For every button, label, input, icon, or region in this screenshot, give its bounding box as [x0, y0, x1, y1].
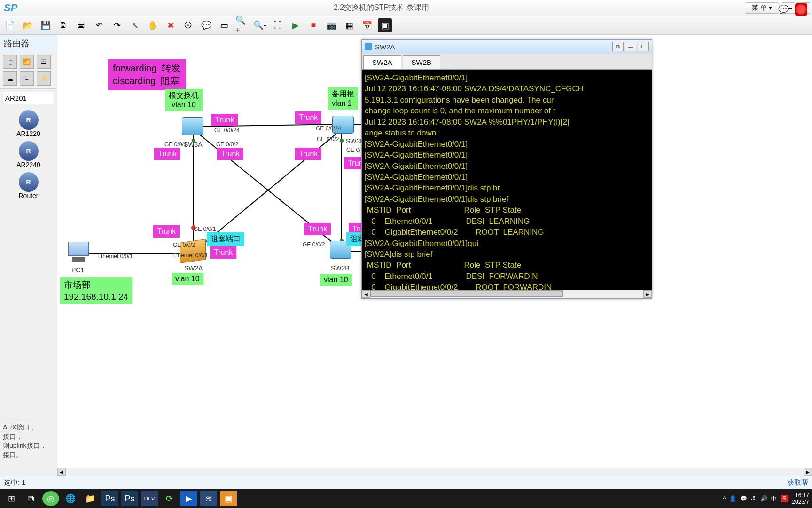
port-label: GE 0/0/1	[164, 141, 187, 148]
chat-icon[interactable]: 💬	[776, 2, 790, 16]
terminal-titlebar[interactable]: SW2A ⧉ — ☐	[362, 40, 652, 54]
text-icon[interactable]: 💬	[199, 18, 213, 32]
terminal-restore-icon[interactable]: ⧉	[612, 42, 624, 51]
palette-item-5[interactable]: ≡	[20, 71, 34, 86]
scroll-right-icon[interactable]: ▶	[804, 468, 812, 476]
capture-icon[interactable]: 📷	[324, 18, 338, 32]
device-combo[interactable]: AR201	[3, 92, 54, 104]
terminal-window[interactable]: SW2A ⧉ — ☐ SW2A SW2B [SW2A-GigabitEthern…	[361, 39, 652, 299]
explorer-icon[interactable]: 📁	[82, 491, 99, 506]
terminal-hscroll[interactable]: ◀ ▶	[362, 290, 652, 298]
scroll-thumb[interactable]	[370, 290, 563, 297]
port-label: GE 0/0/24	[316, 125, 341, 132]
pc1-icon[interactable]	[67, 242, 90, 262]
tray-net-icon[interactable]: 🖧	[751, 495, 757, 502]
tray-people-icon[interactable]: 👤	[729, 495, 736, 502]
palette-icon[interactable]: ▭	[217, 18, 231, 32]
pc1-name: PC1	[71, 266, 84, 274]
terminal-tab-sw2b[interactable]: SW2B	[403, 55, 441, 69]
block-port-label: 阻塞端口	[207, 232, 244, 246]
taskbar: ⊞ ⧉ ◎ 🌐 📁 Ps Ps DEV ⟳ ▶ ≋ ▣ ^ 👤 💬 🖧 🔊 中 …	[0, 489, 812, 508]
tray-ime-icon[interactable]: 中	[771, 495, 777, 503]
palette-item-3[interactable]: ☰	[37, 55, 51, 69]
port-label: GE 0/0/2	[303, 241, 325, 248]
trunk-label: Trunk	[210, 246, 236, 259]
terminal-output[interactable]: [SW2A-GigabitEthernet0/0/1] Jul 12 2023 …	[362, 70, 652, 290]
scroll-right-icon[interactable]: ▶	[643, 290, 652, 298]
palette-item-1[interactable]: ⬚	[3, 55, 17, 69]
device-palette: ⬚ 📶 ☰ ☁ ≡ ⚡	[0, 52, 57, 89]
device-ar2240[interactable]: RAR2240	[16, 141, 40, 168]
device-router[interactable]: RRouter	[18, 172, 38, 199]
left-panel: 路由器 ⬚ 📶 ☰ ☁ ≡ ⚡ AR201 RAR1220 RAR2240 RR…	[0, 35, 57, 476]
device-ar1220[interactable]: RAR1220	[16, 110, 40, 137]
huawei-logo-icon	[795, 3, 807, 16]
svg-point-9	[340, 139, 344, 143]
tray-wechat-icon[interactable]: 💬	[740, 495, 747, 502]
calendar-icon[interactable]: 📅	[360, 18, 374, 32]
print-icon[interactable]: 🖶	[74, 18, 88, 32]
taskview-icon[interactable]: ⧉	[23, 491, 39, 506]
device-list: RAR1220 RAR2240 RRouter	[0, 107, 57, 202]
ps-icon[interactable]: Ps	[102, 491, 118, 506]
start-icon[interactable]: ⊞	[3, 491, 20, 506]
ensp-icon[interactable]: ≋	[200, 491, 217, 506]
tray-vol-icon[interactable]: 🔊	[760, 495, 767, 502]
root-switch-label: 根交换机 vlan 10	[165, 89, 203, 111]
port-label: GE 0/0/24	[214, 127, 240, 134]
grid-icon[interactable]: ▦	[342, 18, 356, 32]
saveas-icon[interactable]: 🗎	[56, 18, 70, 32]
menu-button[interactable]: 菜 单 ▾	[745, 2, 779, 14]
delete2-icon[interactable]: ⮾	[181, 18, 195, 32]
backup-root-label: 备用根 vlan 1	[328, 87, 358, 110]
play-icon[interactable]: ▶	[289, 18, 303, 32]
palette-item-6[interactable]: ⚡	[37, 71, 51, 86]
canvas-hscroll[interactable]: ◀ ▶	[57, 468, 812, 476]
zoomin-icon[interactable]: 🔍+	[235, 18, 249, 32]
trunk-label: Trunk	[154, 148, 180, 160]
router-icon: R	[19, 110, 39, 130]
terminal-tab-sw2a[interactable]: SW2A	[363, 55, 401, 69]
port-label: GE 0/0/2	[317, 136, 339, 143]
fit-icon[interactable]: ⛶	[271, 18, 285, 32]
new-icon[interactable]: 📄	[3, 18, 17, 32]
tray-up-icon[interactable]: ^	[723, 495, 726, 502]
undo-icon[interactable]: ↶	[92, 18, 106, 32]
router-icon: R	[19, 141, 39, 161]
app4-icon[interactable]: ▣	[220, 491, 237, 506]
app3-icon[interactable]: ▶	[180, 491, 197, 506]
palette-item-4[interactable]: ☁	[3, 71, 17, 86]
sw2a-vlan-label: vlan 10	[172, 273, 203, 285]
help-link[interactable]: 获取帮	[787, 478, 808, 487]
terminal-minimize-icon[interactable]: —	[625, 42, 636, 51]
app2-icon[interactable]: ⟳	[161, 491, 178, 506]
zoomout-icon[interactable]: 🔍-	[253, 18, 267, 32]
open-icon[interactable]: 📂	[21, 18, 35, 32]
toolbar: 📄 📂 💾 🗎 🖶 ↶ ↷ ↖ ✋ ✖ ⮾ 💬 ▭ 🔍+ 🔍- ⛶ ▶ ■ 📷 …	[0, 16, 812, 35]
terminal-maximize-icon[interactable]: ☐	[638, 42, 649, 51]
pan-icon[interactable]: ✋	[146, 18, 160, 32]
trunk-label: Trunk	[295, 148, 321, 160]
dev-icon[interactable]: DEV	[141, 491, 158, 506]
chrome-icon[interactable]: 🌐	[62, 491, 79, 506]
system-tray[interactable]: ^ 👤 💬 🖧 🔊 中 S 16:172023/7	[723, 492, 809, 505]
scroll-left-icon[interactable]: ◀	[362, 290, 370, 298]
trunk-label: Trunk	[304, 223, 331, 235]
terminal-icon[interactable]: ▣	[378, 18, 392, 32]
port-label: GE 0/0/2	[216, 141, 238, 148]
pointer-icon[interactable]: ↖	[128, 18, 142, 32]
delete-icon[interactable]: ✖	[164, 18, 178, 32]
titlebar: SP 2.2交换机的STP技术-录课用 菜 单 ▾ — ☐	[0, 0, 812, 16]
palette-item-2[interactable]: 📶	[20, 55, 34, 69]
terminal-app-icon	[365, 43, 372, 50]
app1-icon[interactable]: ◎	[42, 491, 59, 506]
save-icon[interactable]: 💾	[39, 18, 53, 32]
trunk-label: Trunk	[153, 225, 180, 238]
stop-icon[interactable]: ■	[306, 18, 320, 32]
tray-sogou-icon[interactable]: S	[781, 495, 788, 502]
ps2-icon[interactable]: Ps	[121, 491, 138, 506]
pc1-info-label: 市场部 192.168.10.1 24	[60, 277, 132, 304]
redo-icon[interactable]: ↷	[110, 18, 124, 32]
switch-sw3a-icon[interactable]	[182, 117, 203, 135]
scroll-left-icon[interactable]: ◀	[57, 468, 66, 476]
